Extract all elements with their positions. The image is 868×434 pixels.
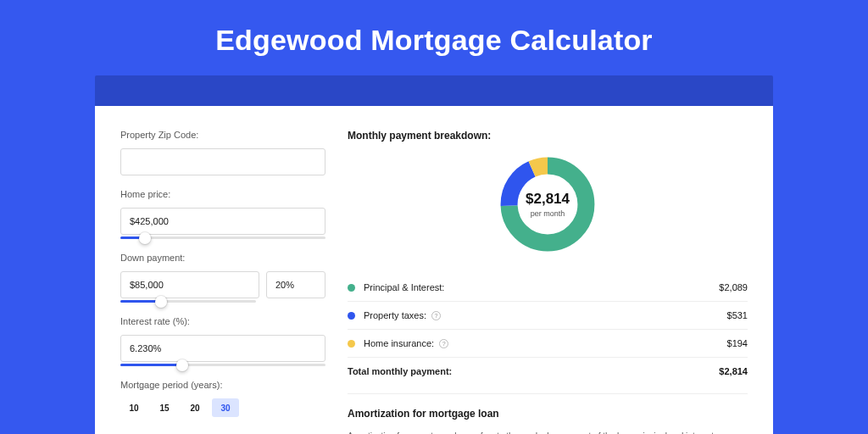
home-price-slider-thumb[interactable] [139,232,151,244]
donut-chart: $2,814 per month [497,153,598,255]
donut-center-value: $2,814 [526,191,570,208]
breakdown-legend: Principal & Interest: $2,089 Property ta… [348,274,748,385]
donut-center: $2,814 per month [497,153,598,255]
legend-row-principal: Principal & Interest: $2,089 [348,274,748,301]
legend-dot-insurance [348,340,355,348]
legend-row-total: Total monthly payment: $2,814 [348,357,748,385]
home-price-slider[interactable] [120,236,326,239]
down-payment-group: Down payment: [120,253,326,303]
breakdown-column: Monthly payment breakdown: $2,814 per mo… [348,130,748,434]
info-icon[interactable]: ? [439,339,448,348]
legend-label-taxes: Property taxes:? [364,310,727,320]
period-btn-20[interactable]: 20 [181,398,209,417]
legend-row-taxes: Property taxes:? $531 [348,301,748,329]
header-bar [95,75,773,106]
legend-value-insurance: $194 [727,338,748,348]
home-price-group: Home price: [120,189,326,239]
period-group: Mortgage period (years): 10 15 20 30 [120,380,326,417]
down-payment-pct-input[interactable] [266,271,326,298]
donut-center-sub: per month [531,209,565,218]
period-buttons: 10 15 20 30 [120,398,326,417]
amortization-section: Amortization for mortgage loan Amortizat… [348,393,748,434]
interest-rate-label: Interest rate (%): [120,316,326,326]
legend-dot-taxes [348,312,355,320]
legend-total-value: $2,814 [719,366,748,376]
legend-value-principal: $2,089 [719,282,748,292]
inputs-column: Property Zip Code: Home price: Down paym… [120,130,326,434]
period-btn-30[interactable]: 30 [212,398,239,417]
zip-input[interactable] [120,148,326,175]
amortization-text: Amortization for a mortgage loan refers … [348,430,748,434]
zip-field-group: Property Zip Code: [120,130,326,175]
down-payment-slider[interactable] [120,300,256,303]
home-price-label: Home price: [120,189,326,199]
breakdown-title: Monthly payment breakdown: [348,130,748,142]
zip-label: Property Zip Code: [120,130,326,140]
legend-value-taxes: $531 [727,310,748,320]
info-icon[interactable]: ? [431,311,441,320]
donut-chart-wrap: $2,814 per month [348,153,748,255]
calculator-panel: Property Zip Code: Home price: Down paym… [95,106,773,434]
down-payment-slider-thumb[interactable] [155,296,167,308]
legend-row-insurance: Home insurance:? $194 [348,329,748,357]
legend-total-label: Total monthly payment: [348,366,719,376]
interest-rate-slider-fill [120,364,182,366]
down-payment-input[interactable] [120,271,259,298]
home-price-input[interactable] [120,208,326,235]
interest-rate-slider[interactable] [120,364,326,366]
legend-label-insurance: Home insurance:? [364,338,727,348]
amortization-title: Amortization for mortgage loan [348,408,748,420]
interest-rate-input[interactable] [120,335,326,362]
page-title: Edgewood Mortgage Calculator [0,0,868,75]
interest-rate-group: Interest rate (%): [120,316,326,366]
legend-dot-principal [348,284,355,292]
period-label: Mortgage period (years): [120,380,326,390]
legend-label-principal: Principal & Interest: [364,282,719,292]
period-btn-15[interactable]: 15 [151,398,178,417]
down-payment-label: Down payment: [120,253,326,263]
period-btn-10[interactable]: 10 [120,398,147,417]
interest-rate-slider-thumb[interactable] [176,359,188,371]
